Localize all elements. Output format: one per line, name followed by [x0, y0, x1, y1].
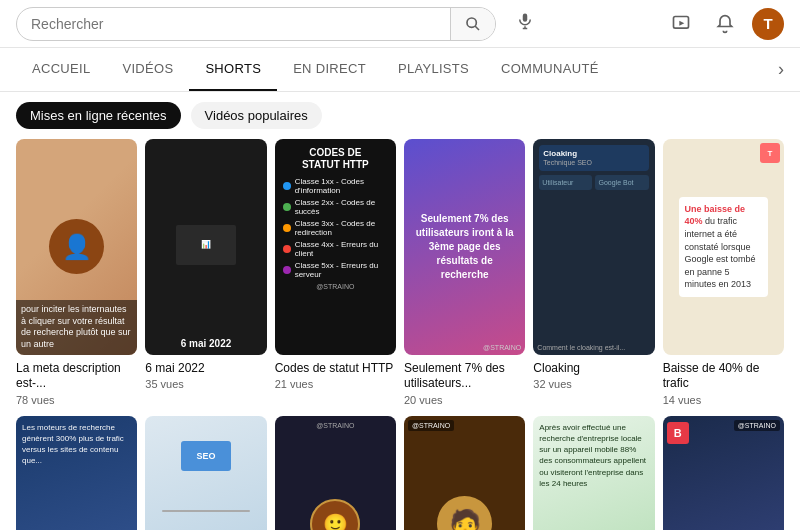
video-card-r2-5[interactable]: Après avoir effectué une recherche d'ent… — [533, 416, 654, 530]
r2-thumb1-text: Les moteurs de recherche génèrent 300% p… — [22, 422, 131, 467]
search-icon — [465, 16, 481, 32]
thumb6-text: Une baisse de 40% du trafic internet a é… — [685, 203, 763, 291]
code-block: CODES DESTATUT HTTP Classe 1xx - Codes d… — [283, 147, 388, 290]
tab-communaute[interactable]: COMMUNAUTÉ — [485, 48, 615, 91]
search-bar — [16, 7, 496, 41]
filter-recent-button[interactable]: Mises en ligne récentes — [16, 102, 181, 129]
svg-point-0 — [467, 18, 476, 27]
video-title-6: Baisse de 40% de trafic — [663, 361, 784, 392]
thumb1-overlay-text: pour inciter les internautes à cliquer s… — [16, 300, 137, 355]
video-title-2: 6 mai 2022 — [145, 361, 266, 377]
svg-rect-2 — [523, 14, 528, 22]
header: T — [0, 0, 800, 48]
video-card-6[interactable]: Une baisse de 40% du trafic internet a é… — [663, 139, 784, 406]
avatar[interactable]: T — [752, 8, 784, 40]
video-title-3: Codes de statut HTTP — [275, 361, 396, 377]
video-card-r2-2[interactable]: SEO Techniques @STRAINO — [145, 416, 266, 530]
thumb5-text: Comment le cloaking est-il... — [537, 344, 650, 351]
tab-shorts[interactable]: SHORTS — [189, 48, 277, 91]
bell-icon — [715, 14, 735, 34]
video-card-r2-1[interactable]: Les moteurs de recherche génèrent 300% p… — [16, 416, 137, 530]
video-card-5[interactable]: Cloaking Technique SEO Utilisateur Googl… — [533, 139, 654, 406]
video-card-r2-3[interactable]: @STRAINO 🙂 CAFFE — [275, 416, 396, 530]
video-card-r2-4[interactable]: 🧑 @STRAINO — [404, 416, 525, 530]
video-title-4: Seulement 7% des utilisateurs... — [404, 361, 525, 392]
create-icon — [671, 14, 691, 34]
video-card-3[interactable]: CODES DESTATUT HTTP Classe 1xx - Codes d… — [275, 139, 396, 406]
tab-videos[interactable]: VIDÉOS — [106, 48, 189, 91]
video-views-4: 20 vues — [404, 394, 525, 406]
video-grid-row1: 👤 pour inciter les internautes à cliquer… — [0, 139, 800, 416]
svg-line-1 — [475, 26, 479, 30]
svg-marker-4 — [679, 20, 684, 25]
search-input[interactable] — [17, 16, 450, 32]
filter-bar: Mises en ligne récentes Vidéos populaire… — [0, 92, 800, 139]
video-title-1: La meta description est-... — [16, 361, 137, 392]
video-views-1: 78 vues — [16, 394, 137, 406]
video-card-1[interactable]: 👤 pour inciter les internautes à cliquer… — [16, 139, 137, 406]
nav-chevron-icon[interactable]: › — [778, 59, 784, 80]
video-views-3: 21 vues — [275, 378, 396, 390]
video-card-4[interactable]: Seulement 7% des utilisateurs iront à la… — [404, 139, 525, 406]
header-icons: T — [664, 7, 784, 41]
video-card-2[interactable]: 📊 6 mai 2022 6 mai 2022 35 vues — [145, 139, 266, 406]
r2-thumb5-text: Après avoir effectué une recherche d'ent… — [539, 422, 648, 489]
notifications-button[interactable] — [708, 7, 742, 41]
video-title-5: Cloaking — [533, 361, 654, 377]
video-meta-1: La meta description est-... 78 vues — [16, 361, 137, 406]
video-card-r2-6[interactable]: B BALI BETE ROBO... @STRAINO — [663, 416, 784, 530]
filter-popular-button[interactable]: Vidéos populaires — [191, 102, 322, 129]
nav-tabs: ACCUEIL VIDÉOS SHORTS EN DIRECT PLAYLIST… — [0, 48, 800, 92]
tab-playlists[interactable]: PLAYLISTS — [382, 48, 485, 91]
create-button[interactable] — [664, 7, 698, 41]
search-button[interactable] — [450, 8, 495, 40]
tab-accueil[interactable]: ACCUEIL — [16, 48, 106, 91]
tab-en-direct[interactable]: EN DIRECT — [277, 48, 382, 91]
video-views-5: 32 vues — [533, 378, 654, 390]
video-grid-row2: Les moteurs de recherche génèrent 300% p… — [0, 416, 800, 530]
thumb4-text: Seulement 7% des utilisateurs iront à la… — [412, 212, 517, 282]
video-views-2: 35 vues — [145, 378, 266, 390]
video-views-6: 14 vues — [663, 394, 784, 406]
microphone-button[interactable] — [508, 12, 542, 35]
microphone-icon — [516, 12, 534, 30]
